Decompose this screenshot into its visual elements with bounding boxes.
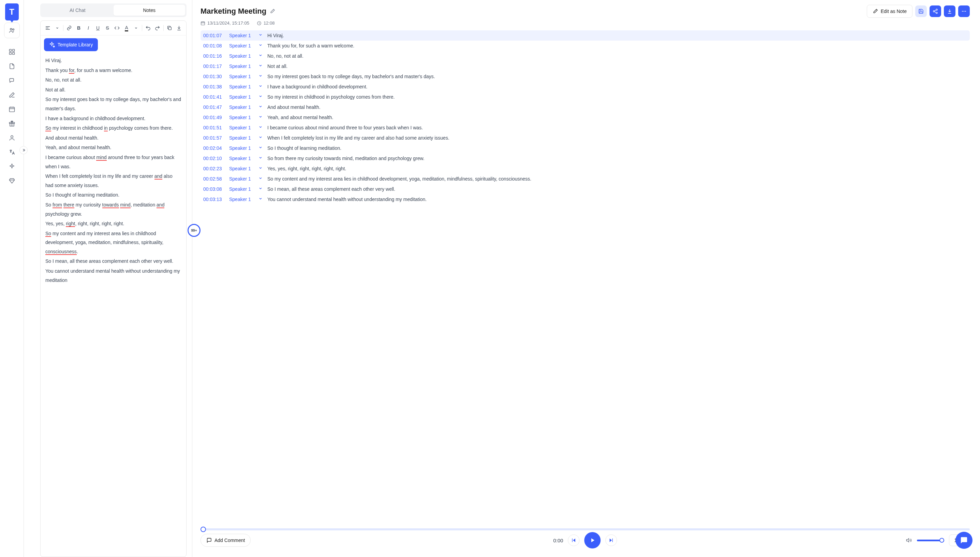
notes-line[interactable]: I have a background in childhood develop… <box>45 114 182 123</box>
notes-line[interactable]: So my interest in childhood in psycholog… <box>45 124 182 133</box>
transcript-row[interactable]: 00:02:58Speaker 1So my content and my in… <box>201 174 970 184</box>
notes-line[interactable]: No, no, not at all. <box>45 75 182 85</box>
speaker-dropdown[interactable] <box>258 64 263 68</box>
transcript-row[interactable]: 00:01:51Speaker 1I became curious about … <box>201 122 970 133</box>
transcript-row[interactable]: 00:01:30Speaker 1So my interest goes bac… <box>201 71 970 81</box>
underline-button[interactable]: U <box>94 24 102 33</box>
notes-line[interactable]: So I mean, all these areas complement ea… <box>45 257 182 266</box>
people-button[interactable] <box>4 23 20 38</box>
transcript-time[interactable]: 00:01:08 <box>203 43 225 49</box>
notes-editor-body[interactable]: Hi Viraj.Thank you for, for such a warm … <box>41 54 186 290</box>
transcript-row[interactable]: 00:01:17Speaker 1Not at all. <box>201 61 970 71</box>
nav-calendar[interactable] <box>6 103 18 116</box>
transcript-speaker[interactable]: Speaker 1 <box>229 115 255 120</box>
notes-line[interactable]: Not at all. <box>45 85 182 94</box>
transcript-text[interactable]: So I mean, all these areas complement ea… <box>267 186 967 192</box>
speaker-dropdown[interactable] <box>258 104 263 109</box>
progress-handle[interactable] <box>201 527 206 532</box>
speaker-dropdown[interactable] <box>258 84 263 88</box>
transcript-time[interactable]: 00:01:38 <box>203 84 225 90</box>
transcript-speaker[interactable]: Speaker 1 <box>229 43 255 49</box>
transcript-speaker[interactable]: Speaker 1 <box>229 166 255 171</box>
transcript-time[interactable]: 00:02:04 <box>203 145 225 151</box>
transcript-row[interactable]: 00:01:07Speaker 1Hi Viraj. <box>201 30 970 41</box>
transcript-speaker[interactable]: Speaker 1 <box>229 64 255 69</box>
speaker-dropdown[interactable] <box>258 125 263 129</box>
notes-line[interactable]: Yeah, and about mental health. <box>45 143 182 152</box>
transcript-row[interactable]: 00:01:41Speaker 1So my interest in child… <box>201 92 970 102</box>
nav-sparkle[interactable] <box>6 160 18 173</box>
more-button[interactable] <box>958 5 970 17</box>
transcript-time[interactable]: 00:01:16 <box>203 53 225 59</box>
transcript-speaker[interactable]: Speaker 1 <box>229 197 255 202</box>
transcript-time[interactable]: 00:01:57 <box>203 135 225 141</box>
transcript-text[interactable]: You cannot understand mental health with… <box>267 197 967 202</box>
speaker-dropdown[interactable] <box>258 156 263 160</box>
speaker-dropdown[interactable] <box>258 53 263 57</box>
speaker-dropdown[interactable] <box>258 176 263 180</box>
transcript-time[interactable]: 00:01:47 <box>203 104 225 110</box>
transcript-speaker[interactable]: Speaker 1 <box>229 33 255 38</box>
transcript-text[interactable]: When I felt completely lost in my life a… <box>267 135 967 141</box>
speaker-dropdown[interactable] <box>258 33 263 37</box>
align-button[interactable] <box>44 24 52 33</box>
save-button[interactable] <box>915 5 927 17</box>
speaker-dropdown[interactable] <box>258 43 263 47</box>
volume-handle[interactable] <box>939 538 944 543</box>
transcript-time[interactable]: 00:01:07 <box>203 33 225 38</box>
transcript-speaker[interactable]: Speaker 1 <box>229 176 255 182</box>
transcript-text[interactable]: No, no, not at all. <box>267 53 967 59</box>
notes-line[interactable]: So I thought of learning meditation. <box>45 191 182 200</box>
speaker-dropdown[interactable] <box>258 94 263 98</box>
notes-line[interactable]: So my interest goes back to my college d… <box>45 95 182 113</box>
speaker-dropdown[interactable] <box>258 145 263 150</box>
transcript-text[interactable]: Thank you for, for such a warm welcome. <box>267 43 967 49</box>
notes-line[interactable]: So from there my curiosity towards mind,… <box>45 200 182 218</box>
transcript-text[interactable]: So my content and my interest area lies … <box>267 176 967 182</box>
undo-button[interactable] <box>144 24 152 33</box>
nav-diamond[interactable] <box>6 175 18 187</box>
notes-line[interactable]: When I felt completely lost in my life a… <box>45 172 182 190</box>
strike-button[interactable]: S <box>104 24 111 33</box>
notes-line[interactable]: Thank you for, for such a warm welcome. <box>45 66 182 75</box>
speaker-dropdown[interactable] <box>258 115 263 119</box>
notes-line[interactable]: I became curious about mind around three… <box>45 153 182 171</box>
transcript-row[interactable]: 00:01:16Speaker 1No, no, not at all. <box>201 51 970 61</box>
transcript-speaker[interactable]: Speaker 1 <box>229 84 255 90</box>
transcript-speaker[interactable]: Speaker 1 <box>229 186 255 192</box>
add-comment-button[interactable]: Add Comment <box>201 534 251 547</box>
speaker-dropdown[interactable] <box>258 74 263 78</box>
link-button[interactable] <box>65 24 73 33</box>
chat-fab[interactable] <box>956 532 972 549</box>
transcript-time[interactable]: 00:01:30 <box>203 74 225 79</box>
prev-button[interactable] <box>568 534 580 546</box>
logo[interactable]: T <box>5 3 19 21</box>
notes-line[interactable]: Hi Viraj. <box>45 56 182 65</box>
speaker-dropdown[interactable] <box>258 166 263 170</box>
nav-translate[interactable] <box>6 146 18 158</box>
transcript-speaker[interactable]: Speaker 1 <box>229 156 255 161</box>
volume-slider[interactable] <box>917 539 944 541</box>
align-dropdown[interactable] <box>54 24 61 33</box>
transcript-text[interactable]: So my interest goes back to my college d… <box>267 74 967 79</box>
download-notes-button[interactable] <box>175 24 183 33</box>
transcript-speaker[interactable]: Speaker 1 <box>229 94 255 100</box>
edit-as-note-button[interactable]: Edit as Note <box>867 5 912 18</box>
transcript-time[interactable]: 00:02:23 <box>203 166 225 171</box>
notes-line[interactable]: And about mental health. <box>45 134 182 143</box>
download-button[interactable] <box>944 5 956 17</box>
nav-profile[interactable] <box>6 132 18 144</box>
transcript-time[interactable]: 00:03:13 <box>203 197 225 202</box>
color-button[interactable]: A <box>123 24 130 33</box>
tab-ai-chat[interactable]: AI Chat <box>42 5 114 16</box>
transcript-text[interactable]: I have a background in childhood develop… <box>267 84 967 90</box>
nav-documents[interactable] <box>6 60 18 72</box>
transcript-row[interactable]: 00:01:08Speaker 1Thank you for, for such… <box>201 41 970 51</box>
transcript-time[interactable]: 00:02:58 <box>203 176 225 182</box>
transcript-time[interactable]: 00:01:41 <box>203 94 225 100</box>
notification-badge[interactable]: 99+ <box>188 224 201 237</box>
transcript-speaker[interactable]: Speaker 1 <box>229 53 255 59</box>
transcript-speaker[interactable]: Speaker 1 <box>229 135 255 141</box>
play-button[interactable] <box>584 532 601 549</box>
speaker-dropdown[interactable] <box>258 135 263 139</box>
